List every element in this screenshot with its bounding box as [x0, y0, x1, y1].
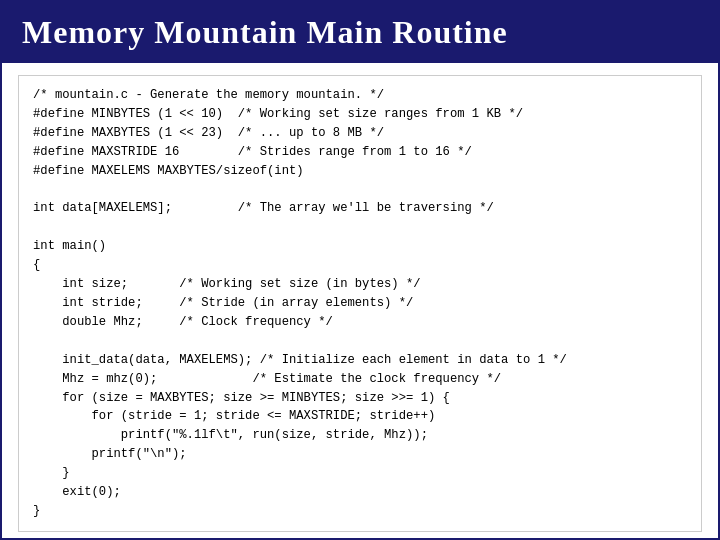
code-block: /* mountain.c - Generate the memory moun… [18, 75, 702, 532]
slide-content: /* mountain.c - Generate the memory moun… [2, 63, 718, 540]
slide-title: Memory Mountain Main Routine [2, 2, 718, 63]
slide-container: Memory Mountain Main Routine /* mountain… [0, 0, 720, 540]
